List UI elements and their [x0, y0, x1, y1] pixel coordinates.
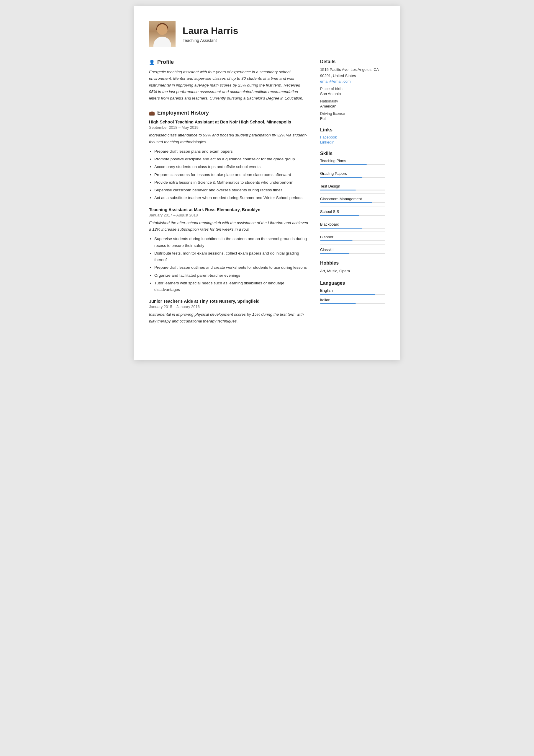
skill-bar-fill-7 [320, 253, 349, 254]
details-email[interactable]: email@email.com [320, 79, 385, 84]
details-section: Details 1515 Pacific Ave, Los Angeles, C… [320, 59, 385, 121]
skill-item-0: Teaching Plans [320, 159, 385, 165]
link-facebook[interactable]: Facebook [320, 135, 385, 139]
skill-item-6: Blabber [320, 235, 385, 241]
place-of-birth-label: Place of birth [320, 87, 385, 91]
driving-license-value: Full [320, 116, 385, 121]
skill-item-4: School SIS [320, 209, 385, 216]
header-text: Laura Harris Teaching Assistant [183, 25, 239, 43]
skill-bar-fill-2 [320, 190, 356, 190]
job-bullets-2: Supervise students during lunchtimes in … [154, 236, 308, 293]
bullet-item: Distribute tests, monitor exam sessions,… [154, 250, 308, 263]
skill-divider [320, 231, 385, 232]
bullet-item: Prepare classrooms for lessons to take p… [154, 172, 308, 178]
skill-name-6: Blabber [320, 235, 385, 239]
nationality-value: American [320, 104, 385, 108]
candidate-name: Laura Harris [183, 25, 239, 36]
bullet-item: Supervise students during lunchtimes in … [154, 236, 308, 249]
skill-bar-bg-1 [320, 177, 385, 178]
skill-item-2: Test Design [320, 184, 385, 190]
avatar [149, 21, 176, 47]
skill-bar-fill-1 [320, 177, 362, 178]
job-bullets-1: Prepare draft lesson plans and exam pape… [154, 148, 308, 202]
skill-bar-fill-5 [320, 228, 362, 229]
header: Laura Harris Teaching Assistant [149, 21, 385, 47]
job-title-2: Teaching Assistant at Mark Ross Elementa… [149, 207, 308, 212]
bullet-item: Prepare draft lesson outlines and create… [154, 264, 308, 271]
bullet-item: Organize and facilitated parent-teacher … [154, 272, 308, 279]
job-title-3: Junior Teacher's Aide at Tiny Tots Nurse… [149, 299, 308, 304]
skill-bar-fill-6 [320, 240, 353, 241]
bullet-item: Tutor learners with special needs such a… [154, 280, 308, 293]
links-title: Links [320, 127, 385, 133]
details-title: Details [320, 59, 385, 65]
skills-title: Skills [320, 151, 385, 156]
lang-bar-bg-0 [320, 294, 385, 295]
profile-icon: 👤 [149, 59, 155, 65]
employment-section: 💼 Employment History High School Teachin… [149, 110, 308, 325]
lang-bar-bg-1 [320, 303, 385, 304]
body-layout: 👤 Profile Energetic teaching assistant w… [149, 59, 385, 333]
skill-bar-bg-3 [320, 202, 385, 203]
skill-bar-bg-6 [320, 240, 385, 241]
skill-name-5: Blackboard [320, 222, 385, 227]
bullet-item: Act as a substitute teacher when needed … [154, 195, 308, 201]
skill-item-1: Grading Papers [320, 171, 385, 178]
skill-name-4: School SIS [320, 209, 385, 214]
hobbies-section: Hobbies Art, Music, Opera [320, 260, 385, 274]
skill-divider [320, 244, 385, 245]
candidate-title: Teaching Assistant [183, 38, 239, 43]
skill-item-3: Classroom Management [320, 197, 385, 203]
skill-bar-fill-4 [320, 215, 359, 216]
employment-section-title: 💼 Employment History [149, 110, 308, 116]
job-block-3: Junior Teacher's Aide at Tiny Tots Nurse… [149, 299, 308, 325]
skill-item-7: Classkit [320, 248, 385, 254]
employment-icon: 💼 [149, 110, 155, 116]
hobbies-text: Art, Music, Opera [320, 268, 385, 274]
lang-name-1: Italian [320, 298, 385, 302]
bullet-item: Accompany students on class trips and of… [154, 164, 308, 170]
bullet-item: Supervise classroom behavior and oversee… [154, 187, 308, 193]
bullet-item: Prepare draft lesson plans and exam pape… [154, 148, 308, 155]
skill-item-5: Blackboard [320, 222, 385, 229]
skill-bar-bg-5 [320, 228, 385, 229]
skill-bar-fill-3 [320, 202, 372, 203]
skills-section: Skills Teaching Plans Grading Papers [320, 151, 385, 254]
nationality-label: Nationality [320, 99, 385, 103]
lang-item-0: English [320, 288, 385, 295]
skill-bar-bg-4 [320, 215, 385, 216]
left-column: 👤 Profile Energetic teaching assistant w… [149, 59, 308, 333]
profile-section: 👤 Profile Energetic teaching assistant w… [149, 59, 308, 102]
hobbies-title: Hobbies [320, 260, 385, 266]
job-desc-3: Instrumental in improving physical devel… [149, 311, 308, 325]
profile-section-title: 👤 Profile [149, 59, 308, 65]
skill-name-7: Classkit [320, 248, 385, 252]
skill-divider [320, 206, 385, 206]
bullet-item: Promote positive discipline and act as a… [154, 156, 308, 162]
skill-name-0: Teaching Plans [320, 159, 385, 163]
skill-bar-bg-0 [320, 164, 385, 165]
skill-divider [320, 181, 385, 181]
right-column: Details 1515 Pacific Ave, Los Angeles, C… [320, 59, 385, 333]
links-section: Links Facebook Linkedin [320, 127, 385, 145]
place-of-birth-value: San Antonio [320, 92, 385, 96]
job-desc-1: Increased class attendance to 99% and bo… [149, 132, 308, 145]
bullet-item: Provide extra lessons in Science & Mathe… [154, 179, 308, 186]
driving-license-label: Driving license [320, 111, 385, 116]
skill-divider [320, 168, 385, 168]
skill-bar-bg-7 [320, 253, 385, 254]
job-block-2: Teaching Assistant at Mark Ross Elementa… [149, 207, 308, 293]
job-dates-2: January 2017 – August 2018 [149, 213, 308, 217]
skill-name-1: Grading Papers [320, 171, 385, 176]
lang-item-1: Italian [320, 298, 385, 304]
details-address: 1515 Pacific Ave, Los Angeles, CA 90291,… [320, 67, 385, 79]
link-linkedin[interactable]: Linkedin [320, 140, 385, 145]
job-desc-2: Established the after-school reading clu… [149, 220, 308, 233]
skill-name-2: Test Design [320, 184, 385, 188]
languages-section: Languages English Italian [320, 281, 385, 304]
languages-title: Languages [320, 281, 385, 286]
lang-bar-fill-0 [320, 294, 375, 295]
resume-container: Laura Harris Teaching Assistant 👤 Profil… [134, 6, 400, 360]
lang-bar-fill-1 [320, 303, 356, 304]
job-dates-3: January 2015 – January 2016 [149, 305, 308, 309]
